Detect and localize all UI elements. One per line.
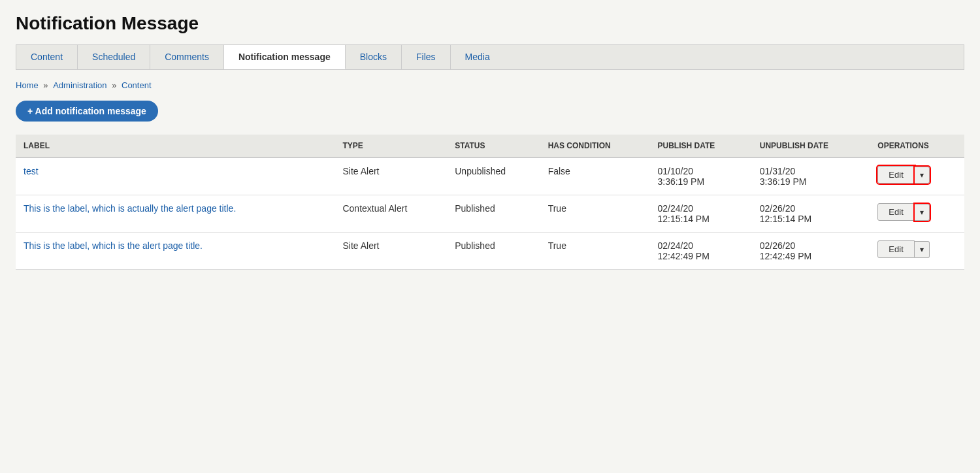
table-header: LABELTYPESTATUSHAS CONDITIONPUBLISH DATE…: [16, 135, 964, 157]
tab-notification-message[interactable]: Notification message: [224, 45, 346, 69]
notification-table: LABELTYPESTATUSHAS CONDITIONPUBLISH DATE…: [16, 135, 964, 270]
breadcrumb-link-0[interactable]: Home: [16, 80, 39, 90]
breadcrumb-separator: »: [110, 80, 119, 90]
breadcrumb: Home » Administration » Content: [16, 80, 964, 90]
row-type-0: Site Alert: [335, 157, 447, 195]
page-title: Notification Message: [16, 13, 964, 34]
row-operations-2: Edit▾: [870, 233, 964, 270]
breadcrumb-separator: »: [41, 80, 50, 90]
tab-scheduled[interactable]: Scheduled: [78, 45, 150, 69]
row-unpublish-date-2: 02/26/20 12:42:49 PM: [752, 233, 870, 270]
row-label-link-2[interactable]: This is the label, which is the alert pa…: [24, 240, 203, 251]
breadcrumb-link-2[interactable]: Content: [122, 80, 152, 90]
edit-button-1[interactable]: Edit: [877, 203, 914, 221]
col-header-label: LABEL: [16, 135, 335, 157]
row-publish-date-2: 02/24/20 12:42:49 PM: [649, 233, 751, 270]
row-unpublish-date-1: 02/26/20 12:15:14 PM: [752, 195, 870, 233]
row-has-condition-0: False: [540, 157, 650, 195]
row-status-0: Unpublished: [447, 157, 540, 195]
table-row: This is the label, which is actually the…: [16, 195, 964, 233]
dropdown-button-1[interactable]: ▾: [915, 204, 930, 221]
tab-blocks[interactable]: Blocks: [346, 45, 402, 69]
row-has-condition-1: True: [540, 195, 650, 233]
tab-media[interactable]: Media: [451, 45, 504, 69]
breadcrumb-link-1[interactable]: Administration: [53, 80, 106, 90]
tab-content[interactable]: Content: [16, 45, 78, 69]
row-type-1: Contextual Alert: [335, 195, 447, 233]
row-status-1: Published: [447, 195, 540, 233]
row-label-link-1[interactable]: This is the label, which is actually the…: [24, 203, 236, 214]
row-label-link-0[interactable]: test: [24, 166, 39, 176]
row-operations-1: Edit▾: [870, 195, 964, 233]
dropdown-button-0[interactable]: ▾: [915, 167, 930, 184]
row-operations-0: Edit▾: [870, 157, 964, 195]
edit-button-0[interactable]: Edit: [877, 166, 914, 184]
edit-button-2[interactable]: Edit: [877, 240, 914, 258]
tabs-bar: ContentScheduledCommentsNotification mes…: [16, 44, 964, 70]
col-header-type: TYPE: [335, 135, 447, 157]
col-header-operations: OPERATIONS: [870, 135, 964, 157]
add-notification-button[interactable]: + Add notification message: [16, 101, 158, 122]
row-publish-date-0: 01/10/20 3:36:19 PM: [649, 157, 751, 195]
page-wrapper: Notification Message ContentScheduledCom…: [0, 0, 980, 283]
row-status-2: Published: [447, 233, 540, 270]
col-header-has_condition: HAS CONDITION: [540, 135, 650, 157]
tab-comments[interactable]: Comments: [150, 45, 224, 69]
table-body: testSite AlertUnpublishedFalse01/10/20 3…: [16, 157, 964, 270]
row-publish-date-1: 02/24/20 12:15:14 PM: [649, 195, 751, 233]
dropdown-button-2[interactable]: ▾: [915, 241, 930, 258]
col-header-unpublish_date: UNPUBLISH DATE: [752, 135, 870, 157]
row-has-condition-2: True: [540, 233, 650, 270]
tab-files[interactable]: Files: [402, 45, 451, 69]
table-row: This is the label, which is the alert pa…: [16, 233, 964, 270]
row-unpublish-date-0: 01/31/20 3:36:19 PM: [752, 157, 870, 195]
table-row: testSite AlertUnpublishedFalse01/10/20 3…: [16, 157, 964, 195]
col-header-status: STATUS: [447, 135, 540, 157]
row-type-2: Site Alert: [335, 233, 447, 270]
col-header-publish_date: PUBLISH DATE: [649, 135, 751, 157]
